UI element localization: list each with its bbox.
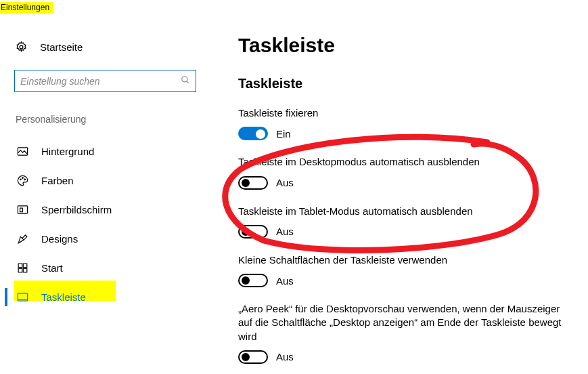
svg-point-4: [20, 179, 21, 180]
start-icon: [16, 262, 29, 274]
svg-rect-12: [23, 268, 27, 272]
sidebar-item-sperrbildschirm[interactable]: Sperrbildschirm: [14, 195, 196, 224]
setting-small-buttons: Kleine Schaltflächen der Taskleiste verw…: [238, 253, 563, 287]
sidebar-item-label: Farben: [41, 175, 74, 186]
setting-label: Kleine Schaltflächen der Taskleiste verw…: [238, 253, 563, 267]
section-subhead: Taskleiste: [238, 76, 574, 91]
sidebar-item-label: Sperrbildschirm: [41, 204, 112, 215]
sidebar-item-label: Hintergrund: [41, 146, 94, 157]
toggle-desktop-hide[interactable]: [238, 176, 268, 190]
sidebar-item-start[interactable]: Start: [14, 253, 196, 283]
toggle-small-buttons[interactable]: [238, 274, 268, 287]
setting-label: Taskleiste fixieren: [238, 106, 563, 120]
search-icon: [181, 75, 190, 87]
page-title: Taskleiste: [238, 34, 574, 57]
designs-icon: [16, 232, 29, 245]
setting-tablet-hide: Taskleiste im Tablet-Modus automatisch a…: [238, 205, 563, 238]
setting-aero-peek: „Aero Peek“ für die Desktopvorschau verw…: [238, 302, 563, 364]
toggle-fixieren[interactable]: [238, 127, 268, 140]
search-box[interactable]: [14, 70, 196, 92]
toggle-aero-peek[interactable]: [238, 350, 268, 364]
home-label: Startseite: [40, 41, 83, 53]
sidebar-item-label: Start: [41, 262, 63, 274]
gear-icon: [14, 41, 28, 54]
svg-point-5: [22, 178, 23, 179]
toggle-state: Aus: [276, 351, 294, 362]
search-input[interactable]: [20, 76, 181, 87]
toggle-state: Aus: [276, 226, 294, 237]
toggle-state: Aus: [276, 275, 294, 287]
sidebar-item-label: Taskleiste: [41, 291, 86, 303]
svg-point-1: [182, 77, 187, 82]
setting-label: Taskleiste im Desktopmodus automatisch a…: [238, 155, 563, 169]
sidebar-item-taskleiste[interactable]: Taskleiste: [14, 283, 196, 312]
setting-label: Taskleiste im Tablet-Modus automatisch a…: [238, 205, 563, 218]
sidebar-item-designs[interactable]: Designs: [14, 224, 196, 253]
lockscreen-icon: [16, 203, 29, 216]
toggle-tablet-hide[interactable]: [238, 225, 268, 238]
picture-icon: [16, 145, 29, 158]
setting-desktop-hide: Taskleiste im Desktopmodus automatisch a…: [238, 155, 563, 189]
svg-rect-10: [23, 264, 27, 268]
taskbar-icon: [16, 291, 29, 304]
home-link[interactable]: Startseite: [14, 34, 196, 60]
setting-fixieren: Taskleiste fixieren Ein: [238, 106, 563, 140]
svg-point-6: [24, 179, 25, 180]
app-title: Einstellungen: [0, 2, 53, 14]
palette-icon: [16, 174, 29, 187]
toggle-state: Ein: [276, 128, 291, 140]
setting-label: „Aero Peek“ für die Desktopvorschau verw…: [238, 302, 563, 344]
sidebar-item-label: Designs: [41, 233, 78, 245]
toggle-state: Aus: [276, 177, 294, 188]
section-header: Personalisierung: [14, 114, 196, 125]
sidebar-item-hintergrund[interactable]: Hintergrund: [14, 137, 196, 166]
main-content: Taskleiste Taskleiste Taskleiste fixiere…: [210, 34, 588, 374]
svg-rect-13: [18, 293, 27, 301]
svg-line-2: [187, 81, 189, 83]
svg-rect-8: [20, 208, 22, 212]
svg-rect-9: [18, 264, 22, 268]
sidebar-item-farben[interactable]: Farben: [14, 166, 196, 195]
svg-point-0: [20, 45, 23, 49]
sidebar: Startseite Personalisierung Hintergrund …: [0, 34, 210, 374]
svg-rect-11: [18, 268, 22, 272]
